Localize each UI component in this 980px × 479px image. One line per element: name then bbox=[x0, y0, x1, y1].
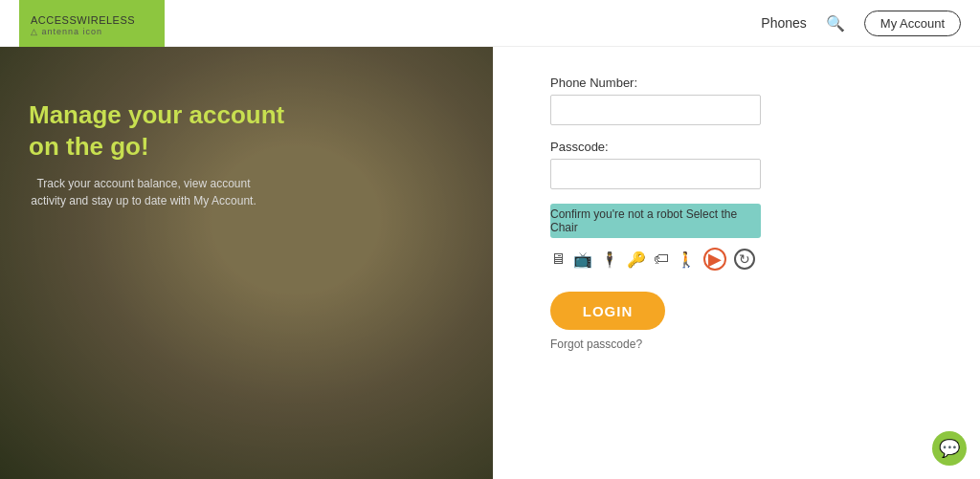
phone-number-input[interactable] bbox=[550, 95, 761, 125]
hero-section: Manage your accounton the go! Track your… bbox=[0, 47, 493, 479]
captcha-icon-monitor: 🖥 bbox=[550, 250, 566, 268]
chat-bubble-button[interactable]: 💬 bbox=[932, 431, 967, 466]
captcha-bar[interactable]: Confirm you're not a robot Select the Ch… bbox=[550, 204, 761, 238]
forgot-passcode-link[interactable]: Forgot passcode? bbox=[550, 337, 932, 351]
my-account-button[interactable]: My Account bbox=[864, 11, 961, 36]
captcha-icon-figure: 🕴 bbox=[600, 250, 619, 269]
hero-subtext: Track your account balance, view account… bbox=[29, 175, 258, 209]
login-panel: Phone Number: Passcode: Confirm you're n… bbox=[493, 47, 980, 479]
hero-text-block: Manage your accounton the go! Track your… bbox=[29, 99, 284, 209]
captcha-icon-tag: 🏷 bbox=[654, 250, 669, 268]
passcode-input[interactable] bbox=[550, 159, 761, 189]
hero-headline: Manage your accounton the go! bbox=[29, 99, 284, 162]
captcha-icon-key: 🔑 bbox=[627, 250, 646, 269]
header: accessWIRELESS △ antenna icon Phones 🔍 M… bbox=[0, 0, 980, 47]
phones-nav-link[interactable]: Phones bbox=[761, 15, 806, 31]
phone-number-label: Phone Number: bbox=[550, 76, 932, 90]
passcode-label: Passcode: bbox=[550, 140, 932, 154]
search-icon[interactable]: 🔍 bbox=[826, 14, 845, 33]
chat-icon: 💬 bbox=[939, 438, 960, 459]
main-content: Manage your accounton the go! Track your… bbox=[0, 47, 980, 479]
captcha-text: Confirm you're not a robot Select the Ch… bbox=[550, 207, 761, 234]
login-button[interactable]: LOGIN bbox=[550, 292, 665, 330]
captcha-icon-selected[interactable]: ▶ bbox=[703, 248, 726, 271]
captcha-icon-mail: 📺 bbox=[573, 250, 592, 269]
captcha-icon-refresh[interactable]: ↻ bbox=[734, 249, 755, 270]
header-nav: Phones 🔍 My Account bbox=[761, 11, 961, 36]
logo-area: accessWIRELESS △ antenna icon bbox=[19, 0, 165, 47]
captcha-icons-row: 🖥 📺 🕴 🔑 🏷 🚶 ▶ ↻ bbox=[550, 248, 761, 271]
logo: accessWIRELESS △ antenna icon bbox=[31, 11, 135, 36]
captcha-icon-person: 🚶 bbox=[677, 250, 696, 269]
